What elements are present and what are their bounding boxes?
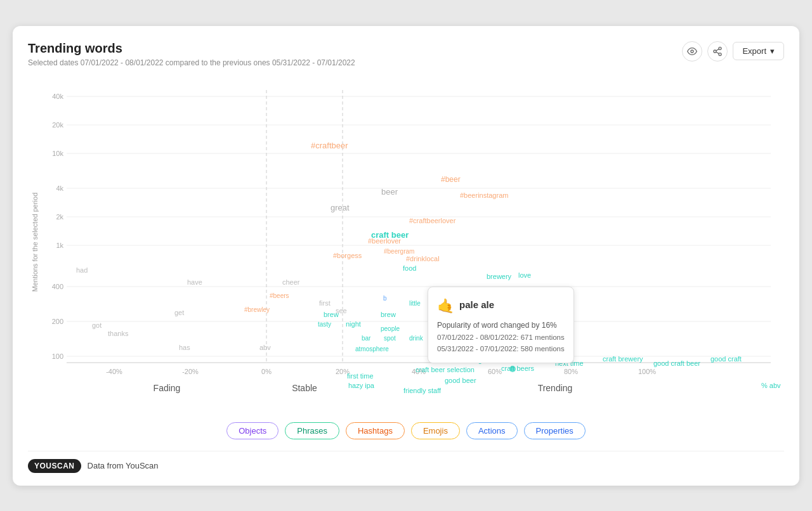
svg-text:60%: 60% <box>488 368 502 375</box>
svg-text:beer: beer <box>381 187 398 197</box>
svg-text:0%: 0% <box>261 368 272 375</box>
svg-text:love: love <box>518 271 531 279</box>
svg-text:craft brewery: craft brewery <box>603 355 643 363</box>
svg-text:good beer: good beer <box>445 377 476 384</box>
svg-text:made: made <box>501 290 519 297</box>
export-label: Export <box>742 46 766 56</box>
svg-text:100: 100 <box>52 353 63 360</box>
filter-emojis[interactable]: Emojis <box>411 422 460 439</box>
svg-text:#craftbeer: #craftbeer <box>311 141 348 150</box>
svg-text:#beergram: #beergram <box>384 248 414 255</box>
svg-text:had: had <box>76 266 88 274</box>
svg-line-5 <box>716 49 719 51</box>
svg-text:drink: drink <box>409 335 424 342</box>
svg-point-1 <box>719 47 721 49</box>
svg-text:% abv: % abv <box>761 382 781 389</box>
svg-text:b: b <box>383 295 387 302</box>
footer: YOUSCAN Data from YouScan <box>28 451 784 473</box>
svg-text:night: night <box>346 320 361 328</box>
svg-text:last night: last night <box>460 356 488 364</box>
svg-text:spot: spot <box>384 335 396 342</box>
svg-text:abv: abv <box>259 344 271 351</box>
svg-text:tasty: tasty <box>318 321 331 328</box>
svg-text:100%: 100% <box>638 368 656 375</box>
svg-text:Stable: Stable <box>292 383 317 393</box>
y-axis-label: Mentions for the selected period <box>31 192 39 292</box>
header-actions: Export ▾ <box>682 41 784 61</box>
filter-objects[interactable]: Objects <box>226 422 278 439</box>
svg-text:#brewley: #brewley <box>244 306 270 313</box>
category-filter-bar: Objects Phrases Hashtags Emojis Actions … <box>28 422 784 439</box>
svg-text:Trending: Trending <box>538 383 573 393</box>
footer-text: Data from YouScan <box>88 461 159 470</box>
filter-phrases[interactable]: Phrases <box>285 422 339 439</box>
svg-text:400: 400 <box>52 283 63 290</box>
svg-point-0 <box>691 50 693 53</box>
svg-text:thanks: thanks <box>108 330 129 337</box>
chevron-down-icon: ▾ <box>770 46 775 56</box>
svg-text:pale ale: pale ale <box>508 354 534 363</box>
svg-text:200: 200 <box>52 318 63 325</box>
svg-point-91 <box>509 366 516 372</box>
filter-properties[interactable]: Properties <box>524 422 586 439</box>
chart-header: Trending words Selected dates 07/01/2022… <box>28 41 784 67</box>
youscan-logo: YOUSCAN <box>28 459 81 473</box>
svg-text:20k: 20k <box>52 121 63 129</box>
svg-text:40k: 40k <box>52 93 63 100</box>
svg-text:atmosphere: atmosphere <box>355 346 389 353</box>
svg-text:great: great <box>331 203 350 212</box>
svg-text:craft beer selection: craft beer selection <box>416 366 475 373</box>
svg-text:#craftbeerlover: #craftbeerlover <box>409 217 456 224</box>
scatter-chart: Mentions for the selected period 40k 20k… <box>28 77 784 413</box>
svg-text:-20%: -20% <box>182 368 199 375</box>
svg-text:little: little <box>409 300 421 307</box>
svg-point-2 <box>714 50 716 53</box>
svg-text:have: have <box>187 278 202 286</box>
svg-text:-40%: -40% <box>106 368 122 375</box>
svg-text:first: first <box>319 299 331 307</box>
main-card: Trending words Selected dates 07/01/2022… <box>13 26 799 486</box>
svg-text:good craft beer: good craft beer <box>653 359 700 367</box>
svg-text:see: see <box>336 307 347 314</box>
svg-text:hazy ipa: hazy ipa <box>348 382 375 389</box>
svg-text:#borgess: #borgess <box>333 252 362 259</box>
svg-text:#beers: #beers <box>270 292 289 299</box>
chart-title: Trending words <box>28 41 355 56</box>
svg-text:#beerinstagram: #beerinstagram <box>460 191 508 199</box>
svg-text:Fading: Fading <box>154 383 181 393</box>
svg-text:next time: next time <box>555 359 584 367</box>
svg-text:got: got <box>92 321 102 329</box>
svg-text:people: people <box>381 325 400 332</box>
export-button[interactable]: Export ▾ <box>733 42 784 60</box>
svg-text:4k: 4k <box>56 184 63 192</box>
svg-text:good craft: good craft <box>710 355 742 363</box>
svg-point-3 <box>719 53 721 55</box>
svg-text:craft beers: craft beers <box>501 365 534 372</box>
svg-text:brew: brew <box>381 311 396 318</box>
chart-container: Mentions for the selected period 40k 20k… <box>28 77 784 413</box>
svg-text:brewery: brewery <box>487 273 512 280</box>
svg-text:has: has <box>179 344 190 351</box>
svg-text:80%: 80% <box>564 368 578 375</box>
svg-text:bar: bar <box>362 335 371 342</box>
logo-badge: YOUSCAN <box>28 459 81 473</box>
svg-text:#drinklocal: #drinklocal <box>406 255 440 262</box>
eye-button[interactable] <box>682 41 702 61</box>
share-icon <box>712 46 723 56</box>
header-left: Trending words Selected dates 07/01/2022… <box>28 41 355 67</box>
svg-text:weekend: weekend <box>428 288 454 295</box>
filter-actions[interactable]: Actions <box>466 422 518 439</box>
svg-text:2k: 2k <box>56 213 63 221</box>
filter-hashtags[interactable]: Hashtags <box>346 422 405 439</box>
svg-text:#beer: #beer <box>441 175 461 184</box>
svg-text:10k: 10k <box>52 150 63 157</box>
svg-text:first time: first time <box>347 372 374 380</box>
svg-text:1k: 1k <box>56 242 63 249</box>
svg-text:friendly staff: friendly staff <box>403 387 442 394</box>
eye-icon <box>687 46 697 56</box>
svg-line-4 <box>716 52 719 54</box>
share-button[interactable] <box>707 41 728 61</box>
svg-text:cheer: cheer <box>282 278 300 286</box>
svg-text:service: service <box>431 303 452 310</box>
svg-text:food: food <box>403 264 416 272</box>
